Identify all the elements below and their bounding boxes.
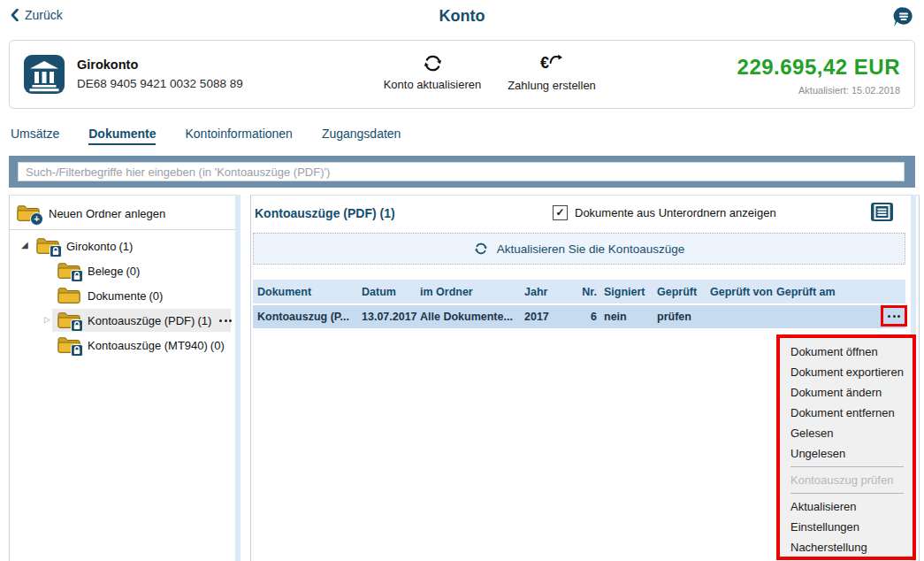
documents-header: Kontoauszüge (PDF) (1) ✓ Dokumente aus U…: [251, 203, 905, 226]
menu-item-dokument-exportieren[interactable]: Dokument exportieren: [780, 362, 913, 382]
folder-locked-icon: [57, 311, 80, 329]
list-view-icon[interactable]: [871, 203, 893, 221]
more-options-icon: [888, 315, 900, 318]
tree-item-label: Dokumente: [88, 289, 146, 303]
search-input[interactable]: [18, 162, 905, 181]
account-balance: 229.695,42 EUR: [737, 55, 900, 80]
lock-badge-icon: [71, 319, 83, 332]
tree-item-count: (0): [149, 289, 163, 303]
menu-item-dokument-aendern[interactable]: Dokument ändern: [780, 382, 913, 403]
page-title: Konto: [0, 7, 924, 26]
konto-screen: Zurück Konto Girokonto DE68 9405 94: [0, 0, 924, 561]
tree-item-label: Girokonto: [66, 240, 116, 253]
lock-badge-icon: [71, 270, 83, 282]
folder-locked-icon: [57, 336, 80, 354]
menu-item-dokument-entfernen[interactable]: Dokument entfernen: [780, 403, 913, 423]
table-header: Dokument Datum im Ordner Jahr Nr. Signie…: [253, 280, 905, 304]
top-bar: Zurück Konto: [0, 0, 924, 35]
tab-kontoinformationen[interactable]: Kontoinformationen: [185, 127, 292, 145]
tree-item-count: (0): [210, 339, 225, 352]
refresh-icon: [423, 53, 443, 73]
subfolder-checkbox[interactable]: ✓: [553, 205, 568, 220]
plus-badge-icon: +: [30, 212, 43, 226]
tree-divider: [10, 229, 236, 230]
refresh-account-label: Konto aktualisieren: [384, 78, 482, 91]
balance-block: 229.695,42 EUR Aktualisiert: 15.02.2018: [737, 55, 900, 96]
tab-dokumente[interactable]: Dokumente: [88, 127, 156, 145]
menu-item-kontoauszug-pruefen: Kontoauszug prüfen: [780, 470, 913, 490]
tree-item-kontoauszuege-pdf[interactable]: ▷ Kontoauszüge (PDF) (1): [10, 308, 236, 333]
column-header-nr[interactable]: Nr.: [572, 286, 597, 298]
menu-item-dokument-oeffnen[interactable]: Dokument öffnen: [780, 342, 913, 362]
chat-icon[interactable]: [892, 6, 915, 28]
euro-arrow-icon: €: [540, 53, 563, 74]
folder-tree-panel: + Neuen Ordner anlegen ◢ Girokonto (1): [9, 195, 235, 561]
row-cell-geprueft: prüfen: [657, 311, 710, 323]
menu-separator: [790, 466, 904, 467]
refresh-icon: [474, 242, 488, 256]
tree-item-girokonto[interactable]: ◢ Girokonto (1): [10, 234, 236, 258]
new-folder-icon: +: [17, 204, 40, 222]
caret-expanded-icon[interactable]: ◢: [21, 241, 28, 250]
row-cell-nr: 6: [572, 311, 597, 323]
caret-collapsed-icon[interactable]: ▷: [44, 315, 50, 324]
new-folder-label: Neuen Ordner anlegen: [49, 207, 165, 220]
tab-umsaetze[interactable]: Umsätze: [11, 127, 59, 145]
refresh-statements-label: Aktualisieren Sie die Kontoauszüge: [497, 242, 684, 256]
tree-item-dokumente[interactable]: Dokumente (0): [10, 283, 236, 308]
refresh-statements-button[interactable]: Aktualisieren Sie die Kontoauszüge: [253, 233, 905, 265]
column-header-datum[interactable]: Datum: [362, 286, 420, 298]
menu-item-einstellungen[interactable]: Einstellungen: [780, 517, 913, 537]
tab-bar: Umsätze Dokumente Kontoinformationen Zug…: [11, 127, 401, 145]
column-header-signiert[interactable]: Signiert: [597, 286, 657, 298]
column-header-geprueft-am[interactable]: Geprüft am: [776, 286, 905, 298]
search-strip: [9, 156, 915, 188]
create-payment-label: Zahlung erstellen: [508, 79, 596, 92]
tree-item-kontoauszuege-mt940[interactable]: Kontoauszüge (MT940) (0): [10, 333, 236, 357]
row-cell-im-ordner: Alle Dokumente...: [420, 311, 524, 323]
table-row[interactable]: Kontoauszug (P... 13.07.2017 Alle Dokume…: [253, 305, 905, 328]
tree-item-belege[interactable]: Belege (0): [10, 258, 236, 283]
row-cell-jahr: 2017: [524, 311, 572, 323]
menu-item-gelesen[interactable]: Gelesen: [780, 423, 913, 443]
checkmark-icon: ✓: [555, 206, 564, 219]
tab-zugangsdaten[interactable]: Zugangsdaten: [322, 127, 401, 145]
folder-tree: ◢ Girokonto (1): [10, 234, 236, 357]
menu-item-ungelesen[interactable]: Ungelesen: [780, 443, 913, 464]
lock-badge-icon: [71, 344, 83, 357]
account-iban: DE68 9405 9421 0032 5088 89: [77, 77, 243, 90]
tree-item-label: Kontoauszüge (MT940): [88, 339, 208, 352]
menu-separator: [790, 493, 904, 494]
column-header-geprueft-von[interactable]: Geprüft von: [710, 286, 776, 298]
row-cell-datum: 13.07.2017: [362, 311, 420, 323]
bank-icon: [24, 55, 65, 94]
tree-item-count: (1): [197, 314, 211, 327]
tree-scrollbar[interactable]: [235, 195, 241, 561]
documents-title: Kontoauszüge (PDF) (1): [255, 206, 395, 220]
account-card: Girokonto DE68 9405 9421 0032 5088 89 Ko…: [9, 40, 915, 109]
create-payment-button[interactable]: € Zahlung erstellen: [477, 53, 627, 92]
tree-item-label: Belege: [88, 265, 123, 278]
new-folder-button[interactable]: + Neuen Ordner anlegen: [17, 204, 165, 222]
column-header-dokument[interactable]: Dokument: [257, 286, 362, 298]
account-name: Girokonto: [77, 58, 138, 72]
row-cell-dokument: Kontoauszug (P...: [257, 311, 362, 323]
subfolder-checkbox-label: Dokumente aus Unterordnern anzeigen: [575, 206, 776, 219]
row-context-menu: Dokument öffnen Dokument exportieren Dok…: [776, 334, 916, 560]
column-header-im-ordner[interactable]: im Ordner: [420, 286, 524, 298]
column-header-jahr[interactable]: Jahr: [524, 286, 572, 298]
row-more-options-button[interactable]: [881, 305, 907, 327]
subfolder-checkbox-group[interactable]: ✓ Dokumente aus Unterordnern anzeigen: [553, 205, 776, 220]
tree-item-label: Kontoauszüge (PDF): [88, 314, 195, 327]
folder-more-options-icon[interactable]: [219, 319, 232, 322]
menu-item-nacherstellung[interactable]: Nacherstellung: [780, 537, 913, 557]
row-cell-signiert: nein: [597, 311, 657, 323]
folder-locked-icon: [36, 237, 59, 255]
tree-item-count: (1): [118, 240, 133, 253]
menu-item-aktualisieren[interactable]: Aktualisieren: [780, 496, 913, 517]
folder-locked-icon: [57, 262, 80, 280]
column-header-geprueft[interactable]: Geprüft: [657, 286, 710, 298]
folder-icon: [57, 287, 80, 304]
balance-updated: Aktualisiert: 15.02.2018: [737, 85, 900, 96]
tree-item-count: (0): [126, 265, 140, 278]
